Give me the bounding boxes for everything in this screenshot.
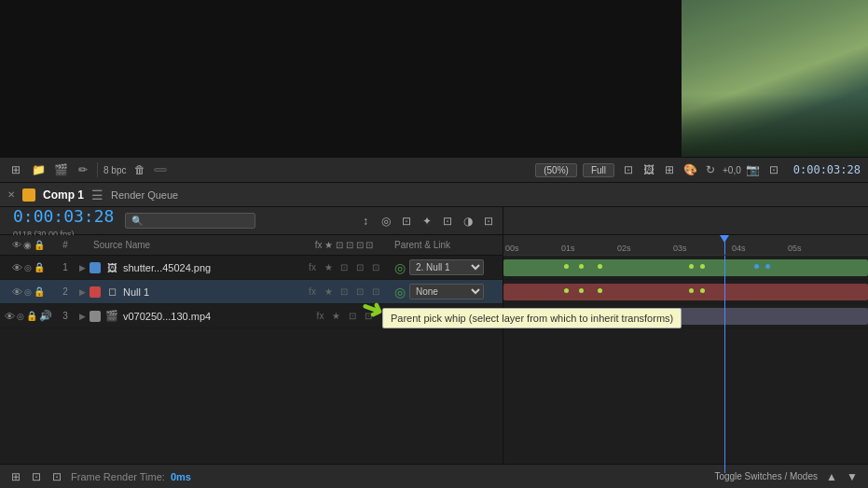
effect-dropdown[interactable] [154,168,167,172]
effects-icon[interactable]: ✦ [419,213,435,230]
kf-1-4 [689,264,694,269]
status-icon-3[interactable]: ⊡ [48,468,65,485]
layers-toolbar-icons: ↕ ◎ ⊡ ✦ ⊡ ◑ ⊡ [357,213,497,230]
comp-icon[interactable]: 🎬 [52,161,69,178]
col-switches-header: fx ★ ⊡ ⊡ ⊡ ⊡ [297,240,391,250]
resize-icon[interactable]: ⊡ [620,161,637,178]
comp2-icon[interactable]: ⊞ [661,161,678,178]
layer-row-2[interactable]: 👁 ◎ 🔒 2 ▶ ◻ Null 1 fx ★ ⊡ ⊡ ⊡ ◎ None 1. … [0,280,503,304]
layer-row-1[interactable]: 👁 ◎ 🔒 1 ▶ 🖼 shutter...45024.png fx ★ ⊡ ⊡… [0,256,503,280]
panel-close-btn[interactable]: ✕ [7,189,15,200]
nav-icons: ▲ ▼ [823,468,861,485]
layer-search-input[interactable] [125,213,255,229]
layer-1-expand[interactable]: ▶ [75,263,90,272]
kf-2-1 [564,288,569,293]
layer-1-name[interactable]: shutter...45024.png [123,262,297,273]
comp-color-swatch [22,188,35,202]
top-preview-area [0,0,868,157]
kf-1-1 [564,264,569,269]
layer-1-num: 1 [56,262,75,272]
quality-select[interactable]: Full [583,163,614,177]
status-icon-2[interactable]: ⊡ [28,468,45,485]
layer-3-star[interactable]: ★ [330,310,343,323]
camera-icon[interactable]: 📷 [745,161,762,178]
layer-1-lock[interactable]: 🔒 [34,262,45,272]
kf-1-2 [579,264,584,269]
layer-1-parent-select[interactable]: 2. Null 1 None [409,259,484,275]
brush-icon[interactable]: ✏ [75,161,91,178]
layer-3-eye[interactable]: 👁 [5,311,15,322]
layer-2-lock[interactable]: 🔒 [34,286,45,297]
status-icon-1[interactable]: ⊞ [7,468,24,485]
layer-1-eye[interactable]: 👁 [12,262,22,273]
render-queue-btn[interactable]: Render Queue [111,189,178,201]
layer-1-fx[interactable]: fx [306,261,319,274]
column-headers: 👁 ◉ 🔒 # Source Name fx ★ ⊡ ⊡ ⊡ ⊡ Parent … [0,235,503,256]
playhead-triangle [720,235,729,243]
layer-3-name[interactable]: v070250...130.mp4 [123,311,297,322]
layers-toolbar: 0:00:03:28 0118 (30.00 fps) ↕ ◎ ⊡ ✦ ⊡ ◑ … [0,207,503,235]
comp3-icon[interactable]: ⊡ [480,213,497,230]
layer-2-name[interactable]: Null 1 [123,286,297,298]
color-icon[interactable]: 🎨 [682,161,698,178]
layer-1-star[interactable]: ★ [322,261,335,274]
layer-1-pickwhip[interactable]: ◎ [394,260,406,275]
timeline-panel: 0:00:03:28 0118 (30.00 fps) ↕ ◎ ⊡ ✦ ⊡ ◑ … [0,207,868,473]
layer-2-s1[interactable]: ⊡ [338,286,351,299]
layer-2-color [90,286,101,298]
image-icon[interactable]: 🖼 [641,161,657,178]
layer-2-solo[interactable]: ◎ [24,287,32,297]
trash-icon[interactable]: 🗑 [131,161,148,178]
layer-2-eye[interactable]: 👁 [12,286,22,298]
layer-2-parent: ◎ None 1. shutter [391,284,503,300]
solo-header: ◉ [23,240,32,250]
motion-icon[interactable]: ⊡ [439,213,456,230]
nav-up-icon[interactable]: ▲ [823,468,840,485]
pickwhip-tooltip: Parent pick whip (select layer from whic… [382,308,682,328]
layer-1-solo[interactable]: ◎ [24,263,32,272]
layer-3-expand[interactable]: ▶ [75,312,90,321]
layer-2-expand[interactable]: ▶ [75,287,90,297]
preview-left [0,0,682,157]
layer-3-audio[interactable]: 🔊 [39,310,52,322]
mask-icon[interactable]: ◑ [460,213,476,230]
layer-3-color [90,311,101,322]
time-marker-1: 01s [561,244,575,253]
layer-2-parent-select[interactable]: None 1. shutter [409,284,484,300]
layer-2-star[interactable]: ★ [322,286,335,299]
parent-icon[interactable]: ↕ [357,213,374,230]
layer-1-s3[interactable]: ⊡ [369,261,382,274]
grid-icon[interactable]: ⊞ [7,161,24,178]
layer-3-num: 3 [56,311,75,321]
nav-down-icon[interactable]: ▼ [844,468,861,485]
solo-mode-icon[interactable]: ◎ [378,213,394,230]
layer-1-type-icon: 🖼 [104,260,119,275]
layer-3-solo[interactable]: ◎ [17,312,24,321]
toggle-switches-modes[interactable]: Toggle Switches / Modes [714,471,818,481]
snapshot-icon[interactable]: ⊡ [765,161,782,178]
layer-3-s1[interactable]: ⊡ [346,310,359,323]
comp-panel-header: ✕ Comp 1 ☰ Render Queue [0,183,868,207]
sync-icon[interactable]: ↻ [702,161,719,178]
lock-mode-icon[interactable]: ⊡ [398,213,415,230]
layer-3-fx[interactable]: fx [314,310,327,323]
track-row-1 [503,256,868,280]
folder-icon[interactable]: 📁 [30,161,47,178]
tooltip-text: Parent pick whip (select layer from whic… [391,313,673,324]
layer-1-s1[interactable]: ⊡ [338,261,351,274]
zoom-select[interactable]: (50%) [535,163,577,177]
layer-3-type-icon: 🎬 [104,309,119,324]
layer-1-s2[interactable]: ⊡ [353,261,366,274]
layer-2-fx[interactable]: fx [306,286,319,299]
layer-2-s2[interactable]: ⊡ [353,286,366,299]
comp-timecode[interactable]: 0:00:03:28 [6,202,121,230]
kf-2-4 [689,288,694,293]
kf-2-3 [598,288,602,293]
layer-1-color [90,262,101,273]
layer-2-pickwhip[interactable]: ◎ [394,285,406,300]
kf-2-5 [700,288,705,293]
layer-2-type-icon: ◻ [104,285,119,300]
kf-1-3 [598,264,602,269]
layer-2-vis: 👁 ◎ 🔒 [0,286,56,298]
layer-3-lock[interactable]: 🔒 [26,311,37,321]
